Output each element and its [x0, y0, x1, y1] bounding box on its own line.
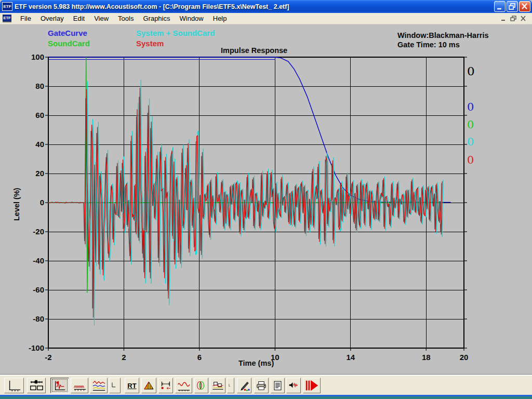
axes-button[interactable] [4, 378, 24, 393]
menu-item-overlay[interactable]: Overlay [36, 14, 69, 23]
y-tick-label: -100 [13, 343, 44, 352]
menu-item-help[interactable]: Help [208, 14, 232, 23]
notes-icon [272, 378, 284, 393]
mdi-close-button[interactable] [519, 15, 528, 22]
impulse-response-plot [0, 24, 532, 375]
x-tick-label: -2 [37, 353, 60, 362]
x-tick-label: 18 [415, 353, 437, 362]
printer-button[interactable] [254, 378, 269, 393]
notes-button[interactable] [271, 378, 285, 393]
y-tick-label: 0 [13, 198, 44, 207]
x-tick-label: 2 [112, 353, 135, 362]
marker-icon [238, 378, 250, 393]
menu-bar: ETF File Overlay Edit View Tools Graphic… [0, 13, 532, 24]
legend-system-soundcard: System + SoundCard [136, 29, 215, 37]
multicurve-icon [91, 378, 107, 393]
y-tick-label: -80 [13, 314, 44, 323]
bottom-toolbar: RT [0, 375, 532, 395]
menu-item-view[interactable]: View [89, 14, 113, 23]
boxes-button[interactable] [210, 378, 225, 393]
y-tick-label: 100 [13, 52, 44, 61]
menu-item-file[interactable]: File [16, 14, 36, 23]
layout-icon [29, 378, 44, 393]
x-tick-label: 14 [339, 353, 362, 362]
chart-client-area: GateCurve SoundCard System + SoundCard S… [0, 24, 532, 375]
close-button[interactable] [519, 1, 530, 12]
curve-button[interactable] [175, 378, 192, 393]
phase-button[interactable] [194, 378, 208, 393]
marker-reference-0: 0 [467, 64, 480, 78]
app-icon: ETF [2, 2, 12, 11]
y-tick-label: 40 [13, 140, 44, 149]
desktop-strip [0, 396, 532, 399]
x-tick-label: 10 [263, 353, 286, 362]
x-tick-label: 6 [188, 353, 211, 362]
waves-icon [72, 378, 87, 393]
speaker-icon [287, 378, 300, 393]
speaker-button[interactable] [286, 378, 301, 393]
menu-item-window[interactable]: Window [175, 14, 208, 23]
curve-icon [176, 378, 191, 393]
y-tick-label: 80 [13, 82, 44, 90]
title-bar: ETF ETF version 5.983 http://www.Acousti… [0, 0, 532, 13]
step2-button[interactable] [227, 378, 234, 393]
menu-item-graphics[interactable]: Graphics [138, 14, 175, 23]
window-function-label: Window:Blackman-Harris [397, 31, 489, 39]
multicurve-button[interactable] [90, 378, 108, 393]
step2-icon [228, 378, 233, 393]
step-icon [110, 378, 119, 393]
axes-icon [6, 378, 22, 393]
impulse-button[interactable] [50, 378, 69, 393]
chart-title: Impulse Response [221, 46, 287, 55]
marker-button[interactable] [237, 378, 251, 393]
restore-button[interactable] [507, 1, 518, 12]
menu-item-tools[interactable]: Tools [113, 14, 138, 23]
mdi-restore-button[interactable] [509, 15, 518, 22]
window-title: ETF version 5.983 http://www.Acoustisoft… [15, 3, 493, 10]
waterfall-icon [142, 378, 155, 393]
legend-soundcard: SoundCard [48, 39, 90, 48]
y-tick-label: 60 [13, 111, 44, 119]
layout-button[interactable] [27, 378, 46, 393]
y-tick-label: -40 [13, 256, 44, 265]
play-icon [304, 378, 320, 393]
mdi-window-buttons [498, 15, 532, 22]
marker-system-soundcard-0: 0 [467, 136, 480, 148]
phase-icon [195, 378, 207, 393]
waves-button[interactable] [71, 378, 88, 393]
span-button[interactable] [158, 378, 173, 393]
mdi-child-icon[interactable]: ETF [3, 15, 11, 22]
y-tick-label: -20 [13, 227, 44, 236]
legend-gatecurve: GateCurve [48, 29, 87, 37]
menu-item-edit[interactable]: Edit [69, 14, 89, 23]
play-button[interactable] [303, 378, 321, 393]
minimize-button[interactable] [494, 1, 506, 12]
waterfall-button[interactable] [141, 378, 156, 393]
y-tick-label: -60 [13, 285, 44, 294]
gate-time-label: Gate Time: 10 ms [397, 41, 460, 49]
step-button[interactable] [109, 378, 121, 393]
x-tick-label: 20 [453, 353, 475, 362]
marker-gatecurve-0: 0 [467, 101, 480, 113]
impulse-icon [52, 378, 68, 393]
rt-button[interactable]: RT [125, 378, 139, 393]
boxes-icon [211, 378, 224, 393]
marker-system-0: 0 [467, 154, 480, 166]
marker-soundcard-0: 0 [467, 118, 480, 131]
y-tick-label: 20 [13, 169, 44, 178]
mdi-minimize-button[interactable] [499, 15, 508, 22]
rt-label: RT [127, 382, 136, 390]
legend-system: System [136, 39, 164, 48]
printer-icon [255, 378, 268, 393]
span-icon [159, 378, 172, 393]
